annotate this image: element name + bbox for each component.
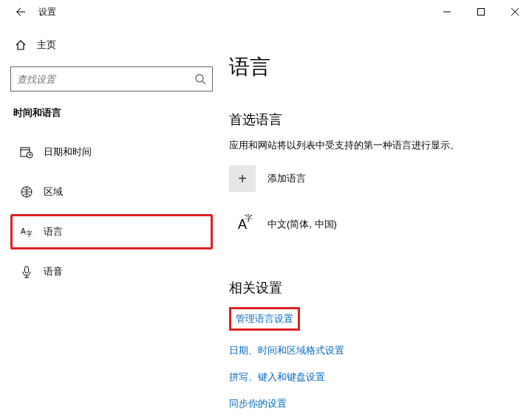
sidebar-nav: 日期和时间 区域 A字 语言 语音 [10, 134, 213, 289]
language-item[interactable]: A字 中文(简体, 中国) [229, 211, 517, 238]
globe-icon [20, 185, 33, 199]
maximize-icon [477, 8, 485, 16]
back-button[interactable] [15, 6, 27, 18]
home-icon [15, 39, 27, 51]
language-item-label: 中文(简体, 中国) [267, 218, 337, 231]
minimize-icon [443, 8, 451, 16]
sidebar-item-date-time[interactable]: 日期和时间 [10, 134, 213, 170]
home-nav[interactable]: 主页 [10, 31, 213, 59]
close-button[interactable] [498, 0, 532, 24]
link-date-region-format[interactable]: 日期、时间和区域格式设置 [229, 344, 344, 357]
preferred-languages-desc: 应用和网站将以列表中受支持的第一种语言进行显示。 [229, 139, 517, 152]
svg-rect-7 [25, 266, 29, 273]
svg-text:字: 字 [26, 230, 33, 238]
link-manage-language[interactable]: 管理语言设置 [229, 307, 300, 331]
svg-text:A: A [21, 227, 26, 235]
add-language-label: 添加语言 [267, 172, 306, 185]
close-icon [511, 8, 519, 16]
svg-point-1 [196, 75, 203, 82]
add-language-button[interactable]: + 添加语言 [229, 165, 517, 192]
microphone-icon [20, 265, 33, 278]
main-content: 语言 首选语言 应用和网站将以列表中受支持的第一种语言进行显示。 + 添加语言 … [223, 24, 532, 420]
sidebar-item-label: 区域 [44, 185, 63, 199]
window-title: 设置 [38, 6, 56, 18]
maximize-button[interactable] [464, 0, 498, 24]
back-arrow-icon [16, 7, 26, 17]
language-item-icon: A字 [229, 211, 256, 238]
sidebar-item-label: 语言 [44, 225, 63, 238]
preferred-languages-title: 首选语言 [229, 111, 517, 128]
titlebar: 设置 [0, 0, 532, 24]
sidebar-item-region[interactable]: 区域 [10, 174, 213, 210]
sidebar-item-label: 语音 [44, 265, 63, 278]
sidebar-section-label: 时间和语言 [10, 106, 213, 120]
sidebar-item-language[interactable]: A字 语言 [10, 214, 213, 249]
svg-rect-0 [478, 9, 485, 16]
page-title: 语言 [229, 53, 517, 81]
sidebar-item-label: 日期和时间 [44, 145, 92, 159]
language-icon: A字 [20, 225, 33, 238]
link-spelling-keyboard[interactable]: 拼写、键入和键盘设置 [229, 371, 325, 384]
search-icon [194, 73, 206, 85]
minimize-button[interactable] [430, 0, 464, 24]
related-settings-title: 相关设置 [229, 279, 517, 297]
search-input[interactable] [17, 74, 194, 85]
home-label: 主页 [37, 38, 56, 52]
plus-icon: + [229, 165, 256, 192]
calendar-clock-icon [20, 145, 33, 159]
link-sync-settings[interactable]: 同步你的设置 [229, 397, 287, 410]
sidebar: 主页 时间和语言 日期和时间 区域 A字 语言 [0, 24, 223, 420]
sidebar-item-speech[interactable]: 语音 [10, 254, 213, 289]
search-box[interactable] [10, 66, 213, 92]
